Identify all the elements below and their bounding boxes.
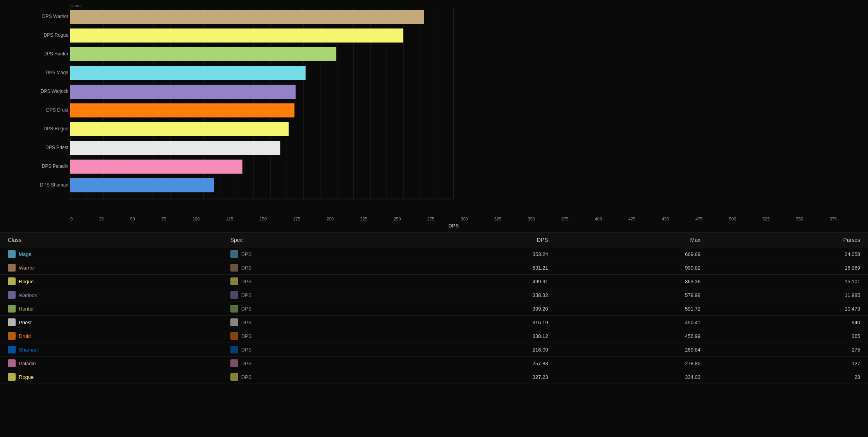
table-row[interactable]: Warrior DPS 531.21 990.82 16,969 xyxy=(0,261,868,275)
cell-max: 269.84 xyxy=(556,343,708,357)
bar-warrior xyxy=(70,10,424,24)
label-warlock: DPS Warlock xyxy=(41,89,68,94)
cell-spec: DPS xyxy=(223,302,404,316)
cell-class: Rogue xyxy=(0,370,223,384)
cell-max: 990.82 xyxy=(556,261,708,275)
tick-525: 525 xyxy=(763,217,770,221)
spec-name: DPS xyxy=(241,306,252,312)
class-icon xyxy=(8,346,16,354)
class-icon xyxy=(8,277,16,285)
chart-section: Count xyxy=(0,0,868,233)
label-paladin: DPS Paladin xyxy=(42,163,68,169)
spec-name: DPS xyxy=(241,374,252,380)
tick-125: 125 xyxy=(226,217,233,221)
cell-max: 450.41 xyxy=(556,316,708,329)
spec-name: DPS xyxy=(241,333,252,339)
table-row[interactable]: Warlock DPS 338.32 579.98 11,985 xyxy=(0,288,868,302)
cell-parses: 10,473 xyxy=(708,302,868,316)
table-row[interactable]: Hunter DPS 399.20 591.72 10,473 xyxy=(0,302,868,316)
bar-rogue1 xyxy=(70,28,403,43)
table-row[interactable]: Rogue DPS 499.91 863.36 15,101 xyxy=(0,275,868,288)
tick-275: 275 xyxy=(427,217,434,221)
cell-parses: 16,969 xyxy=(708,261,868,275)
chart-svg xyxy=(70,8,837,215)
tick-175: 175 xyxy=(293,217,300,221)
cell-max: 669.69 xyxy=(556,247,708,261)
tick-100: 100 xyxy=(192,217,200,221)
bar-mage xyxy=(70,66,306,80)
spec-name: DPS xyxy=(241,279,252,284)
bar-warlock xyxy=(70,85,296,99)
table-body: Mage DPS 353.24 669.69 24,058 Warrior DP… xyxy=(0,247,868,384)
table-row[interactable]: Mage DPS 353.24 669.69 24,058 xyxy=(0,247,868,261)
tick-450: 450 xyxy=(662,217,669,221)
spec-name: DPS xyxy=(241,251,252,257)
cell-class: Hunter xyxy=(0,302,223,316)
tick-425: 425 xyxy=(628,217,635,221)
spec-icon xyxy=(230,373,238,381)
spec-icon xyxy=(230,359,238,367)
label-warrior: DPS Warrior xyxy=(42,14,68,19)
cell-max: 278.85 xyxy=(556,357,708,370)
class-icon xyxy=(8,359,16,367)
class-name: Rogue xyxy=(19,374,34,380)
class-icon xyxy=(8,250,16,258)
bar-druid xyxy=(70,103,294,117)
cell-dps: 316.19 xyxy=(403,316,556,329)
cell-spec: DPS xyxy=(223,247,404,261)
table-header-row: Class Spec DPS Max Parses xyxy=(0,233,868,247)
tick-500: 500 xyxy=(729,217,736,221)
data-table: Class Spec DPS Max Parses Mage DPS 353.2… xyxy=(0,233,868,384)
cell-parses: 275 xyxy=(708,343,868,357)
cell-spec: DPS xyxy=(223,357,404,370)
tick-250: 250 xyxy=(394,217,401,221)
cell-dps: 216.09 xyxy=(403,343,556,357)
spec-icon xyxy=(230,277,238,285)
spec-icon xyxy=(230,305,238,313)
table-row[interactable]: Paladin DPS 257.83 278.85 127 xyxy=(0,357,868,370)
table-row[interactable]: Shaman DPS 216.09 269.84 275 xyxy=(0,343,868,357)
x-axis-ticks: 0 25 50 75 100 125 150 175 200 225 250 2… xyxy=(70,217,837,221)
col-max: Max xyxy=(556,233,708,247)
chart-area: DPS Warrior DPS Rogue DPS Hunter DPS Mag… xyxy=(70,8,837,229)
tick-0: 0 xyxy=(70,217,73,221)
col-dps: DPS xyxy=(403,233,556,247)
cell-parses: 940 xyxy=(708,316,868,329)
bar-rogue2 xyxy=(70,122,289,136)
table-row[interactable]: Rogue DPS 327.23 334.03 28 xyxy=(0,370,868,384)
label-rogue2: DPS Rogue xyxy=(44,126,68,131)
cell-parses: 11,985 xyxy=(708,288,868,302)
tick-575: 575 xyxy=(830,217,837,221)
cell-class: Rogue xyxy=(0,275,223,288)
class-name: Warlock xyxy=(19,292,37,298)
table-row[interactable]: Priest DPS 316.19 450.41 940 xyxy=(0,316,868,329)
cell-class: Druid xyxy=(0,329,223,343)
tick-325: 325 xyxy=(494,217,501,221)
label-hunter: DPS Hunter xyxy=(43,51,68,57)
spec-icon xyxy=(230,291,238,299)
spec-name: DPS xyxy=(241,265,252,271)
cell-dps: 338.12 xyxy=(403,329,556,343)
spec-icon xyxy=(230,346,238,354)
label-shaman: DPS Shaman xyxy=(40,182,68,188)
tick-375: 375 xyxy=(561,217,569,221)
col-spec: Spec xyxy=(223,233,404,247)
cell-dps: 499.91 xyxy=(403,275,556,288)
cell-class: Warlock xyxy=(0,288,223,302)
cell-dps: 353.24 xyxy=(403,247,556,261)
tick-225: 225 xyxy=(360,217,367,221)
tick-350: 350 xyxy=(528,217,535,221)
cell-class: Mage xyxy=(0,247,223,261)
class-icon xyxy=(8,305,16,313)
cell-parses: 127 xyxy=(708,357,868,370)
class-name: Druid xyxy=(19,333,31,339)
label-rogue1: DPS Rogue xyxy=(44,32,68,38)
cell-spec: DPS xyxy=(223,370,404,384)
cell-parses: 24,058 xyxy=(708,247,868,261)
tick-150: 150 xyxy=(260,217,267,221)
table-row[interactable]: Druid DPS 338.12 456.99 365 xyxy=(0,329,868,343)
tick-475: 475 xyxy=(695,217,702,221)
cell-parses: 15,101 xyxy=(708,275,868,288)
spec-icon xyxy=(230,250,238,258)
tick-400: 400 xyxy=(595,217,602,221)
